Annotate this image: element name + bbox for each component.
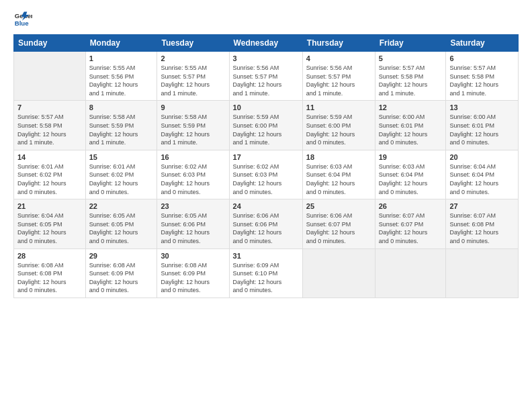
weekday-header: Wednesday <box>229 35 302 52</box>
day-number: 30 <box>161 252 225 260</box>
day-number: 16 <box>161 153 225 161</box>
day-number: 1 <box>89 54 154 62</box>
day-info: Sunrise: 5:55 AM Sunset: 5:57 PM Dayligh… <box>161 64 225 97</box>
calendar-cell: 4Sunrise: 5:56 AM Sunset: 5:57 PM Daylig… <box>302 52 375 101</box>
calendar-table: SundayMondayTuesdayWednesdayThursdayFrid… <box>13 34 519 298</box>
calendar-cell <box>302 248 375 298</box>
day-number: 27 <box>449 202 515 210</box>
calendar-cell: 7Sunrise: 5:57 AM Sunset: 5:58 PM Daylig… <box>14 101 86 150</box>
day-info: Sunrise: 6:05 AM Sunset: 6:05 PM Dayligh… <box>89 212 154 245</box>
day-number: 20 <box>449 153 515 161</box>
calendar-cell <box>375 248 446 298</box>
day-number: 25 <box>306 202 371 210</box>
day-number: 8 <box>89 103 154 111</box>
day-info: Sunrise: 6:03 AM Sunset: 6:04 PM Dayligh… <box>379 163 443 196</box>
day-info: Sunrise: 5:57 AM Sunset: 5:58 PM Dayligh… <box>449 64 515 97</box>
day-number: 18 <box>306 153 371 161</box>
header: General Blue <box>13 10 519 29</box>
day-number: 4 <box>306 54 371 62</box>
day-number: 19 <box>379 153 443 161</box>
day-info: Sunrise: 5:58 AM Sunset: 5:59 PM Dayligh… <box>161 113 225 146</box>
day-info: Sunrise: 6:06 AM Sunset: 6:07 PM Dayligh… <box>306 212 371 245</box>
calendar-cell: 25Sunrise: 6:06 AM Sunset: 6:07 PM Dayli… <box>302 199 375 248</box>
calendar-cell: 13Sunrise: 6:00 AM Sunset: 6:01 PM Dayli… <box>446 101 519 150</box>
weekday-header: Sunday <box>14 35 86 52</box>
day-info: Sunrise: 6:02 AM Sunset: 6:03 PM Dayligh… <box>161 163 225 196</box>
calendar-cell: 23Sunrise: 6:05 AM Sunset: 6:06 PM Dayli… <box>157 199 229 248</box>
weekday-header: Thursday <box>302 35 375 52</box>
day-number: 12 <box>379 103 443 111</box>
calendar-cell: 22Sunrise: 6:05 AM Sunset: 6:05 PM Dayli… <box>85 199 157 248</box>
calendar-cell: 6Sunrise: 5:57 AM Sunset: 5:58 PM Daylig… <box>446 52 519 101</box>
day-number: 6 <box>449 54 515 62</box>
day-info: Sunrise: 6:08 AM Sunset: 6:09 PM Dayligh… <box>89 261 154 295</box>
day-info: Sunrise: 6:07 AM Sunset: 6:07 PM Dayligh… <box>379 212 443 245</box>
calendar-cell: 9Sunrise: 5:58 AM Sunset: 5:59 PM Daylig… <box>157 101 229 150</box>
calendar-cell: 5Sunrise: 5:57 AM Sunset: 5:58 PM Daylig… <box>375 52 446 101</box>
calendar-cell: 3Sunrise: 5:56 AM Sunset: 5:57 PM Daylig… <box>229 52 302 101</box>
day-info: Sunrise: 6:06 AM Sunset: 6:06 PM Dayligh… <box>233 212 299 245</box>
day-info: Sunrise: 5:59 AM Sunset: 6:00 PM Dayligh… <box>306 113 371 146</box>
calendar-cell <box>446 248 519 298</box>
day-info: Sunrise: 5:57 AM Sunset: 5:58 PM Dayligh… <box>379 64 443 97</box>
day-number: 21 <box>17 202 82 210</box>
day-number: 14 <box>17 153 82 161</box>
day-info: Sunrise: 5:59 AM Sunset: 6:00 PM Dayligh… <box>233 113 299 146</box>
logo: General Blue <box>13 10 35 29</box>
calendar-cell: 26Sunrise: 6:07 AM Sunset: 6:07 PM Dayli… <box>375 199 446 248</box>
calendar-cell: 18Sunrise: 6:03 AM Sunset: 6:04 PM Dayli… <box>302 150 375 199</box>
day-number: 13 <box>449 103 515 111</box>
day-info: Sunrise: 6:01 AM Sunset: 6:02 PM Dayligh… <box>89 163 154 196</box>
day-info: Sunrise: 6:04 AM Sunset: 6:05 PM Dayligh… <box>17 212 82 245</box>
day-info: Sunrise: 6:01 AM Sunset: 6:02 PM Dayligh… <box>17 163 82 196</box>
calendar-cell: 1Sunrise: 5:55 AM Sunset: 5:56 PM Daylig… <box>85 52 157 101</box>
calendar-cell: 12Sunrise: 6:00 AM Sunset: 6:01 PM Dayli… <box>375 101 446 150</box>
calendar-cell: 21Sunrise: 6:04 AM Sunset: 6:05 PM Dayli… <box>14 199 86 248</box>
day-info: Sunrise: 6:08 AM Sunset: 6:08 PM Dayligh… <box>17 261 82 295</box>
calendar-cell: 16Sunrise: 6:02 AM Sunset: 6:03 PM Dayli… <box>157 150 229 199</box>
day-number: 23 <box>161 202 225 210</box>
day-number: 5 <box>379 54 443 62</box>
day-info: Sunrise: 6:00 AM Sunset: 6:01 PM Dayligh… <box>379 113 443 146</box>
calendar-cell: 17Sunrise: 6:02 AM Sunset: 6:03 PM Dayli… <box>229 150 302 199</box>
day-info: Sunrise: 6:02 AM Sunset: 6:03 PM Dayligh… <box>233 163 299 196</box>
calendar-cell: 27Sunrise: 6:07 AM Sunset: 6:08 PM Dayli… <box>446 199 519 248</box>
day-number: 17 <box>233 153 299 161</box>
weekday-header: Tuesday <box>157 35 229 52</box>
day-info: Sunrise: 6:03 AM Sunset: 6:04 PM Dayligh… <box>306 163 371 196</box>
day-info: Sunrise: 6:00 AM Sunset: 6:01 PM Dayligh… <box>449 113 515 146</box>
calendar-cell: 31Sunrise: 6:09 AM Sunset: 6:10 PM Dayli… <box>229 248 302 298</box>
calendar-cell <box>14 52 86 101</box>
day-number: 31 <box>233 252 299 260</box>
weekday-header: Saturday <box>446 35 519 52</box>
calendar-cell: 24Sunrise: 6:06 AM Sunset: 6:06 PM Dayli… <box>229 199 302 248</box>
day-info: Sunrise: 6:07 AM Sunset: 6:08 PM Dayligh… <box>449 212 515 245</box>
day-info: Sunrise: 6:09 AM Sunset: 6:10 PM Dayligh… <box>233 261 299 295</box>
day-info: Sunrise: 6:08 AM Sunset: 6:09 PM Dayligh… <box>161 261 225 295</box>
day-info: Sunrise: 5:56 AM Sunset: 5:57 PM Dayligh… <box>306 64 371 97</box>
weekday-header: Monday <box>85 35 157 52</box>
calendar-cell: 29Sunrise: 6:08 AM Sunset: 6:09 PM Dayli… <box>85 248 157 298</box>
calendar-cell: 28Sunrise: 6:08 AM Sunset: 6:08 PM Dayli… <box>14 248 86 298</box>
day-number: 24 <box>233 202 299 210</box>
day-number: 2 <box>161 54 225 62</box>
day-number: 10 <box>233 103 299 111</box>
calendar-cell: 14Sunrise: 6:01 AM Sunset: 6:02 PM Dayli… <box>14 150 86 199</box>
day-info: Sunrise: 6:04 AM Sunset: 6:04 PM Dayligh… <box>449 163 515 196</box>
day-number: 29 <box>89 252 154 260</box>
calendar-cell: 15Sunrise: 6:01 AM Sunset: 6:02 PM Dayli… <box>85 150 157 199</box>
day-number: 7 <box>17 103 82 111</box>
day-number: 26 <box>379 202 443 210</box>
calendar-cell: 19Sunrise: 6:03 AM Sunset: 6:04 PM Dayli… <box>375 150 446 199</box>
calendar-cell: 30Sunrise: 6:08 AM Sunset: 6:09 PM Dayli… <box>157 248 229 298</box>
day-info: Sunrise: 5:56 AM Sunset: 5:57 PM Dayligh… <box>233 64 299 97</box>
logo-icon: General Blue <box>13 10 32 29</box>
calendar-cell: 10Sunrise: 5:59 AM Sunset: 6:00 PM Dayli… <box>229 101 302 150</box>
calendar-cell: 11Sunrise: 5:59 AM Sunset: 6:00 PM Dayli… <box>302 101 375 150</box>
weekday-header: Friday <box>375 35 446 52</box>
calendar-cell: 20Sunrise: 6:04 AM Sunset: 6:04 PM Dayli… <box>446 150 519 199</box>
page: General Blue SundayMondayTuesdayWednesda… <box>0 0 532 411</box>
day-number: 9 <box>161 103 225 111</box>
svg-text:Blue: Blue <box>15 19 29 27</box>
calendar-cell: 8Sunrise: 5:58 AM Sunset: 5:59 PM Daylig… <box>85 101 157 150</box>
